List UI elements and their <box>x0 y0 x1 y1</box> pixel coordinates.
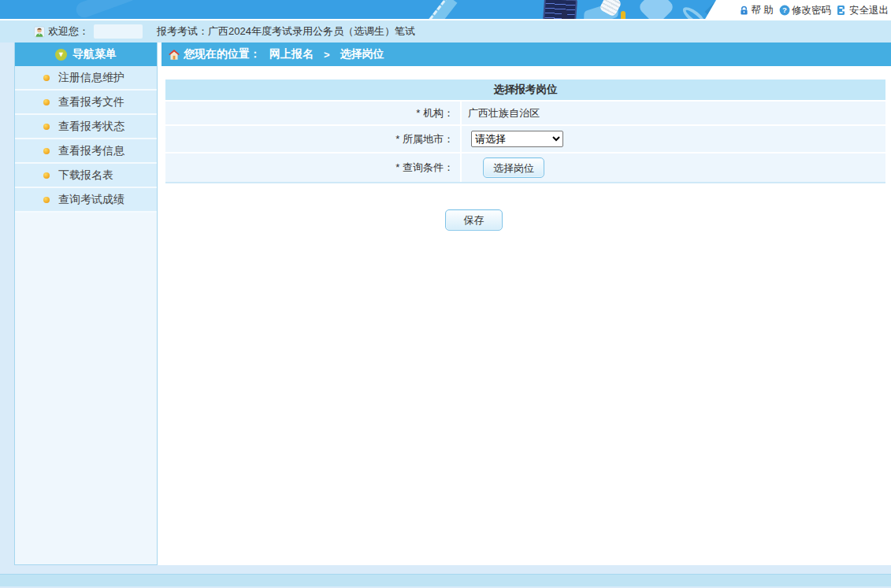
exam-title: 报考考试：广西2024年度考试录用公务员（选调生）笔试 <box>157 24 415 39</box>
exit-icon <box>837 5 848 16</box>
question-icon: ? <box>779 5 790 16</box>
avatar-icon <box>34 26 45 37</box>
banner-art-screen <box>543 0 577 20</box>
sidebar-item-exam-files[interactable]: 查看报考文件 <box>15 91 157 115</box>
help-label: 帮 助 <box>752 4 774 17</box>
form-row-city: * 所属地市： 请选择 <box>165 126 885 153</box>
lock-icon <box>739 5 750 16</box>
sidebar-item-exam-score[interactable]: 查询考试成绩 <box>15 188 157 213</box>
bullet-icon <box>43 148 50 154</box>
save-button[interactable]: 保存 <box>445 209 503 231</box>
welcome-bar: 欢迎您： 报考考试：广西2024年度考试录用公务员（选调生）笔试 <box>0 20 891 43</box>
banner-links: 帮 助 ? 修改密码 安全退出 <box>716 0 891 20</box>
change-password-link[interactable]: ? 修改密码 <box>779 4 831 17</box>
footer-bar <box>0 574 891 586</box>
welcome-greeting: 欢迎您： <box>48 24 89 39</box>
save-button-row: 保存 <box>161 183 891 231</box>
choose-position-button[interactable]: 选择岗位 <box>483 157 544 178</box>
breadcrumb-section: 网上报名 <box>269 47 314 61</box>
bullet-icon <box>43 124 50 130</box>
bullet-icon <box>43 99 50 105</box>
sidebar-title: 导航菜单 <box>72 47 117 61</box>
form-row-query: * 查询条件： 选择岗位 <box>165 153 885 183</box>
city-select[interactable]: 请选择 <box>471 131 563 147</box>
sidebar-item-label: 查看报考状态 <box>58 120 124 134</box>
form-title: 选择报考岗位 <box>165 80 885 102</box>
banner-art-person <box>562 9 567 20</box>
sidebar-item-label: 查询考试成绩 <box>58 193 124 207</box>
logout-label: 安全退出 <box>849 4 889 17</box>
query-condition-label: * 查询条件： <box>165 153 462 182</box>
sidebar-item-label: 查看报考文件 <box>58 95 124 109</box>
sidebar: ▼ 导航菜单 注册信息维护 查看报考文件 查看报考状态 查看报考信息 下载报名表… <box>14 43 158 565</box>
banner-art-chip <box>637 0 675 20</box>
sidebar-item-exam-status[interactable]: 查看报考状态 <box>15 115 157 139</box>
banner-art-person <box>621 11 626 20</box>
sidebar-item-register-info[interactable]: 注册信息维护 <box>15 66 157 91</box>
breadcrumb: 您现在的位置： 网上报名 > 选择岗位 <box>161 43 891 66</box>
sidebar-item-download-form[interactable]: 下载报名表 <box>15 164 157 188</box>
bullet-icon <box>43 197 50 203</box>
user-name-redacted <box>94 24 143 39</box>
main-panel: 您现在的位置： 网上报名 > 选择岗位 选择报考岗位 * 机构： 广西壮族自治区… <box>158 43 891 565</box>
top-banner: 帮 助 ? 修改密码 安全退出 <box>0 0 891 20</box>
job-selection-form: 选择报考岗位 * 机构： 广西壮族自治区 * 所属地市： 请选择 * 查询条件： <box>165 80 885 183</box>
chevron-down-icon[interactable]: ▼ <box>55 49 67 61</box>
form-row-organization: * 机构： 广西壮族自治区 <box>165 102 885 126</box>
sidebar-item-label: 注册信息维护 <box>58 71 124 85</box>
sidebar-header: ▼ 导航菜单 <box>15 43 157 66</box>
city-label: * 所属地市： <box>165 126 462 152</box>
logout-link[interactable]: 安全退出 <box>837 4 889 17</box>
banner-art-ribbon <box>425 0 458 20</box>
banner-art-shape <box>74 0 139 20</box>
sidebar-item-exam-info[interactable]: 查看报考信息 <box>15 139 157 164</box>
sidebar-item-label: 查看报考信息 <box>58 144 124 158</box>
help-link[interactable]: 帮 助 <box>739 4 774 17</box>
organization-label: * 机构： <box>165 102 462 124</box>
organization-value: 广西壮族自治区 <box>468 106 540 120</box>
sidebar-item-label: 下载报名表 <box>58 168 113 183</box>
bullet-icon <box>43 172 50 179</box>
breadcrumb-separator: > <box>324 49 330 61</box>
content-area: ▼ 导航菜单 注册信息维护 查看报考文件 查看报考状态 查看报考信息 下载报名表… <box>0 43 891 565</box>
bullet-icon <box>43 75 50 81</box>
breadcrumb-current: 选择岗位 <box>340 47 384 61</box>
home-icon <box>169 49 180 60</box>
svg-text:?: ? <box>782 6 787 14</box>
footer-gap <box>0 565 891 574</box>
change-password-label: 修改密码 <box>792 4 831 17</box>
breadcrumb-prefix: 您现在的位置： <box>184 47 261 61</box>
